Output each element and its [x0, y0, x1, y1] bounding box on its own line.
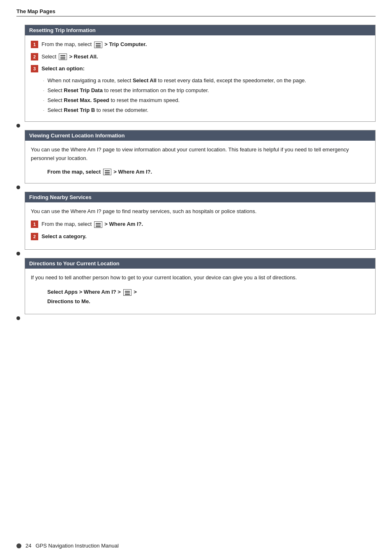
finding-paragraph: You can use the Where Am I? page to find…	[31, 207, 369, 216]
viewing-paragraph: You can use the Where Am I? page to view…	[31, 146, 369, 163]
footer-circle	[16, 543, 21, 548]
bullet-dot-1: ·	[43, 78, 44, 84]
section-body-resetting: 1 From the map, select > Trip Computer. …	[25, 35, 375, 121]
section-body-finding: You can use the Where Am I? page to find…	[25, 202, 375, 249]
menu-icon-viewing	[103, 169, 111, 175]
section-title-directions: Directions to Your Current Location	[25, 258, 375, 269]
section-title-viewing: Viewing Current Location Information	[25, 130, 375, 141]
section-title-finding: Finding Nearby Services	[25, 192, 375, 202]
step-2-finding-text: Select a category.	[42, 232, 87, 241]
section-resetting-trip: Resetting Trip Information 1 From the ma…	[25, 25, 376, 122]
bullet-text-1: When not navigating a route, select Sele…	[48, 77, 307, 84]
footer-text: GPS Navigation Instruction Manual	[35, 543, 118, 549]
menu-icon-step2	[59, 53, 67, 60]
step-3-resetting: 3 Select an option:	[31, 65, 369, 73]
bullet-item-4: · Select Reset Trip B to reset the odome…	[43, 107, 369, 114]
step-2-text: Select > Reset All.	[42, 53, 98, 61]
step-1-resetting: 1 From the map, select > Trip Computer.	[31, 40, 369, 49]
viewing-instruction: From the map, select > Where Am I?.	[47, 168, 369, 176]
bullet-text-4: Select Reset Trip B to reset the odomete…	[48, 107, 149, 114]
section-dot-2	[16, 186, 20, 189]
menu-icon-finding1	[94, 221, 102, 228]
page-header: The Map Pages	[16, 8, 376, 16]
bullet-dot-3: ·	[43, 98, 44, 103]
section-dot-1	[16, 124, 20, 128]
section-card-resetting: Resetting Trip Information 1 From the ma…	[25, 25, 376, 122]
section-card-finding: Finding Nearby Services You can use the …	[25, 192, 376, 250]
step-1-finding-text: From the map, select > Where Am I?.	[42, 220, 143, 228]
section-directions: Directions to Your Current Location If y…	[25, 258, 376, 314]
bullet-list-resetting: · When not navigating a route, select Se…	[43, 77, 369, 114]
directions-instruction: Select Apps > Where Am I? > > Directions…	[47, 287, 369, 306]
bullet-item-2: · Select Reset Trip Data to reset the in…	[43, 87, 369, 94]
section-card-directions: Directions to Your Current Location If y…	[25, 258, 376, 314]
bullet-item-3: · Select Reset Max. Speed to reset the m…	[43, 97, 369, 104]
menu-icon-step1	[94, 42, 102, 48]
section-viewing-location: Viewing Current Location Information You…	[25, 130, 376, 183]
step-1-finding: 1 From the map, select > Where Am I?.	[31, 220, 369, 228]
bullet-dot-4: ·	[43, 108, 44, 113]
step-1-text: From the map, select > Trip Computer.	[42, 40, 147, 49]
section-finding-services: Finding Nearby Services You can use the …	[25, 192, 376, 250]
step-2-resetting: 2 Select > Reset All.	[31, 53, 369, 61]
section-card-viewing: Viewing Current Location Information You…	[25, 130, 376, 183]
step-2-finding: 2 Select a category.	[31, 232, 369, 241]
section-body-viewing: You can use the Where Am I? page to view…	[25, 141, 375, 183]
step-number-2: 2	[31, 53, 38, 60]
page-footer: 24 GPS Navigation Instruction Manual	[16, 543, 119, 549]
bullet-text-3: Select Reset Max. Speed to reset the max…	[48, 97, 180, 104]
section-body-directions: If you need to tell another person how t…	[25, 269, 375, 314]
directions-paragraph: If you need to tell another person how t…	[31, 274, 369, 282]
menu-icon-directions	[123, 289, 131, 296]
page-header-title: The Map Pages	[16, 8, 55, 14]
step-number-finding-2: 2	[31, 233, 38, 240]
footer-page-number: 24	[25, 543, 31, 549]
bullet-item-1: · When not navigating a route, select Se…	[43, 77, 369, 84]
section-dot-4	[16, 316, 20, 320]
bullet-dot-2: ·	[43, 88, 44, 93]
step-number-3: 3	[31, 65, 38, 72]
step-number-1: 1	[31, 41, 38, 48]
page-wrapper: The Map Pages Resetting Trip Information…	[0, 0, 392, 557]
bullet-text-2: Select Reset Trip Data to reset the info…	[48, 87, 209, 94]
section-title-resetting: Resetting Trip Information	[25, 25, 375, 35]
step-3-text: Select an option:	[42, 65, 85, 73]
section-dot-3	[16, 252, 20, 255]
step-number-finding-1: 1	[31, 220, 38, 228]
